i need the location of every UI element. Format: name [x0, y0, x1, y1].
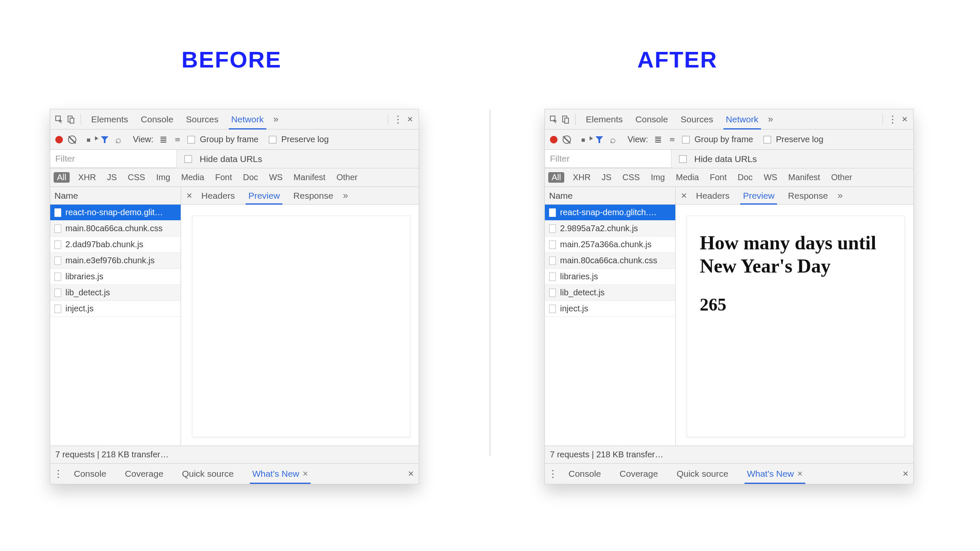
more-tabs-icon[interactable]	[766, 115, 775, 124]
filter-font[interactable]: Font	[707, 172, 729, 183]
filter-font[interactable]: Font	[213, 172, 235, 183]
drawer-console[interactable]: Console	[561, 464, 609, 484]
drawer-coverage[interactable]: Coverage	[117, 464, 171, 484]
kebab-menu-icon[interactable]	[888, 115, 897, 124]
search-icon[interactable]	[114, 135, 123, 144]
filter-input[interactable]: Filter	[545, 150, 671, 168]
request-row[interactable]: lib_detect.js	[545, 285, 675, 301]
filter-media[interactable]: Media	[179, 172, 206, 183]
clear-icon[interactable]	[68, 135, 76, 144]
drawer-quick-source[interactable]: Quick source	[669, 464, 736, 484]
request-row[interactable]: react-snap-demo.glitch.…	[545, 205, 675, 221]
close-devtools-icon[interactable]	[405, 115, 414, 124]
more-detail-tabs-icon[interactable]	[836, 191, 845, 200]
tab-sources[interactable]: Sources	[676, 109, 718, 129]
inspect-icon[interactable]	[549, 115, 558, 124]
request-row[interactable]: main.257a366a.chunk.js	[545, 237, 675, 253]
tab-preview[interactable]: Preview	[242, 187, 286, 204]
camera-icon[interactable]	[87, 135, 96, 144]
inspect-icon[interactable]	[54, 115, 64, 124]
record-icon[interactable]	[55, 136, 63, 143]
close-detail-icon[interactable]	[184, 191, 194, 200]
tab-console[interactable]: Console	[136, 109, 179, 129]
filter-xhr[interactable]: XHR	[76, 172, 98, 183]
filter-other[interactable]: Other	[334, 172, 360, 183]
request-row[interactable]: libraries.js	[545, 269, 675, 285]
tab-console[interactable]: Console	[631, 109, 673, 129]
filter-img[interactable]: Img	[154, 172, 173, 183]
tab-response[interactable]: Response	[782, 187, 834, 204]
request-row[interactable]: main.80ca66ca.chunk.css	[545, 253, 675, 269]
hide-data-urls-checkbox[interactable]	[184, 155, 192, 163]
drawer-whats-new[interactable]: What's New	[739, 464, 810, 484]
tab-elements[interactable]: Elements	[86, 109, 133, 129]
search-icon[interactable]	[608, 135, 617, 144]
request-row[interactable]: inject.js	[50, 301, 181, 317]
drawer-menu-icon[interactable]	[54, 469, 63, 478]
drawer-console[interactable]: Console	[66, 464, 114, 484]
preserve-log-checkbox[interactable]	[269, 136, 276, 143]
filter-other[interactable]: Other	[828, 172, 855, 183]
tab-elements[interactable]: Elements	[581, 109, 628, 129]
tab-sources[interactable]: Sources	[181, 109, 224, 129]
more-tabs-icon[interactable]	[271, 115, 281, 124]
group-by-frame-checkbox[interactable]	[682, 136, 690, 143]
device-icon[interactable]	[66, 115, 76, 124]
request-row[interactable]: main.e3ef976b.chunk.js	[50, 253, 181, 269]
close-devtools-icon[interactable]	[900, 115, 909, 124]
tab-preview[interactable]: Preview	[737, 187, 780, 204]
filter-doc[interactable]: Doc	[735, 172, 755, 183]
close-drawer-icon[interactable]	[901, 469, 910, 478]
name-header[interactable]: Name	[50, 187, 181, 205]
request-row[interactable]: react-no-snap-demo.glit…	[50, 205, 181, 221]
filter-ws[interactable]: WS	[761, 172, 780, 183]
kebab-menu-icon[interactable]	[393, 115, 403, 124]
filter-icon[interactable]	[596, 136, 603, 143]
camera-icon[interactable]	[581, 135, 590, 144]
hide-data-urls-checkbox[interactable]	[679, 155, 687, 163]
filter-xhr[interactable]: XHR	[570, 172, 593, 183]
request-row[interactable]: 2.9895a7a2.chunk.js	[545, 221, 675, 237]
filter-all[interactable]: All	[54, 172, 70, 183]
request-row[interactable]: inject.js	[545, 301, 675, 317]
record-icon[interactable]	[550, 136, 558, 143]
filter-css[interactable]: CSS	[620, 172, 642, 183]
clear-icon[interactable]	[563, 135, 571, 144]
drawer-coverage[interactable]: Coverage	[612, 464, 666, 484]
close-detail-icon[interactable]	[679, 191, 688, 200]
close-tab-icon[interactable]	[797, 468, 803, 479]
request-row[interactable]: lib_detect.js	[50, 285, 181, 301]
filter-all[interactable]: All	[548, 172, 564, 183]
drawer-menu-icon[interactable]	[548, 469, 558, 478]
preserve-log-checkbox[interactable]	[763, 136, 771, 143]
close-drawer-icon[interactable]	[406, 469, 415, 478]
waterfall-icon[interactable]	[173, 135, 182, 144]
large-rows-icon[interactable]	[159, 135, 168, 144]
tab-network[interactable]: Network	[226, 109, 269, 129]
filter-media[interactable]: Media	[673, 172, 701, 183]
filter-img[interactable]: Img	[648, 172, 667, 183]
tab-network[interactable]: Network	[721, 109, 763, 129]
group-by-frame-checkbox[interactable]	[187, 136, 195, 143]
filter-input[interactable]: Filter	[50, 150, 177, 168]
close-tab-icon[interactable]	[303, 468, 308, 479]
tab-headers[interactable]: Headers	[195, 187, 241, 204]
large-rows-icon[interactable]	[653, 135, 663, 144]
request-row[interactable]: main.80ca66ca.chunk.css	[50, 221, 181, 237]
name-header[interactable]: Name	[545, 187, 675, 205]
request-row[interactable]: 2.dad97bab.chunk.js	[50, 237, 181, 253]
waterfall-icon[interactable]	[668, 135, 677, 144]
drawer-quick-source[interactable]: Quick source	[174, 464, 241, 484]
device-icon[interactable]	[561, 115, 570, 124]
filter-manifest[interactable]: Manifest	[786, 172, 823, 183]
filter-css[interactable]: CSS	[125, 172, 148, 183]
filter-doc[interactable]: Doc	[241, 172, 261, 183]
tab-response[interactable]: Response	[287, 187, 339, 204]
filter-ws[interactable]: WS	[266, 172, 285, 183]
request-row[interactable]: libraries.js	[50, 269, 181, 285]
more-detail-tabs-icon[interactable]	[341, 191, 350, 200]
filter-js[interactable]: JS	[599, 172, 614, 183]
filter-manifest[interactable]: Manifest	[291, 172, 328, 183]
filter-icon[interactable]	[101, 136, 108, 143]
filter-js[interactable]: JS	[104, 172, 119, 183]
